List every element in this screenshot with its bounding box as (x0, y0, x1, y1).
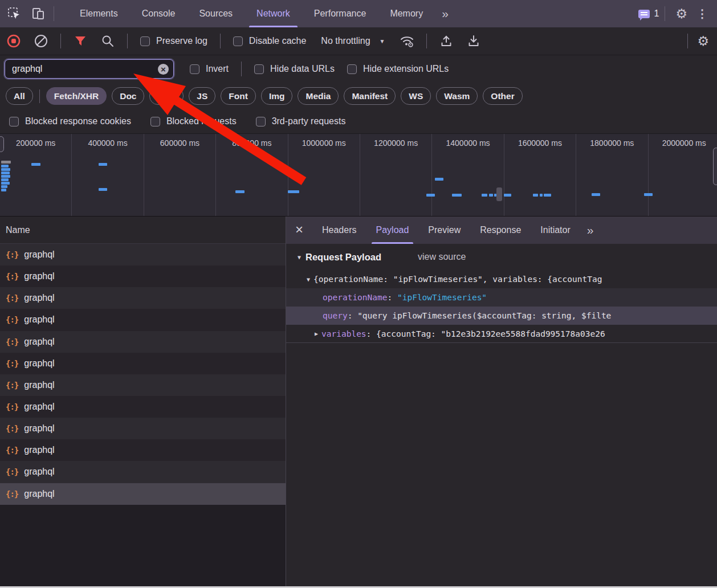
invert-toggle[interactable]: Invert (190, 64, 229, 74)
request-row[interactable]: {:}graphql (0, 439, 286, 461)
tick-label: 1800000 ms (590, 138, 634, 216)
chip-other[interactable]: Other (483, 87, 522, 105)
tab-performance[interactable]: Performance (302, 0, 378, 27)
blocked-requests-checkbox[interactable] (150, 117, 160, 126)
request-row[interactable]: {:}graphql (0, 331, 286, 353)
hide-extension-urls-label: Hide extension URLs (363, 64, 449, 74)
divider (665, 6, 665, 21)
more-tabs-chevron-icon[interactable]: » (435, 7, 454, 21)
request-row[interactable]: {:}graphql (0, 374, 286, 396)
tab-sources[interactable]: Sources (187, 0, 245, 27)
chip-js[interactable]: JS (189, 87, 215, 105)
chip-css[interactable]: CSS (149, 87, 184, 105)
request-row[interactable]: {:}graphql (0, 418, 286, 439)
tab-elements[interactable]: Elements (68, 0, 130, 27)
settings-gear-icon[interactable]: ⚙ (671, 7, 692, 21)
request-payload-section[interactable]: ▼ Request Payload view source (286, 244, 717, 270)
search-icon[interactable] (97, 31, 118, 51)
request-row[interactable]: {:}graphql (0, 483, 286, 505)
payload-variables-row[interactable]: ▶ variables: {accountTag: "b12e3b2192ee5… (286, 325, 717, 343)
details-tab-initiator[interactable]: Initiator (531, 217, 580, 244)
expand-triangle-icon[interactable]: ▼ (307, 276, 310, 283)
waterfall-bar (1, 161, 11, 164)
disable-cache-checkbox[interactable] (233, 36, 243, 46)
payload-operationname-row[interactable]: operationName: "ipFlowTimeseries" (286, 288, 717, 307)
chip-manifest[interactable]: Manifest (344, 87, 396, 105)
invert-checkbox[interactable] (190, 64, 199, 74)
preserve-log-toggle[interactable]: Preserve log (140, 36, 207, 46)
request-row[interactable]: {:}graphql (0, 396, 286, 418)
chip-all[interactable]: All (6, 87, 33, 105)
details-tab-response[interactable]: Response (470, 217, 531, 244)
filter-icon[interactable] (70, 31, 91, 51)
request-row[interactable]: {:}graphql (0, 353, 286, 374)
waterfall-bar (540, 194, 543, 197)
filter-input-box[interactable]: × (5, 59, 174, 79)
tick-label: 1600000 ms (518, 138, 562, 216)
tab-console[interactable]: Console (130, 0, 188, 27)
clear-icon[interactable] (31, 31, 51, 51)
request-row[interactable]: {:}graphql (0, 287, 286, 309)
hide-extension-urls-toggle[interactable]: Hide extension URLs (347, 64, 449, 74)
waterfall-bar (482, 194, 487, 197)
3rd-party-requests-checkbox[interactable] (256, 117, 266, 126)
toggle-blocked-response-cookies[interactable]: Blocked response cookies (9, 116, 131, 126)
network-settings-gear-icon[interactable]: ⚙ (694, 35, 717, 48)
hide-extension-urls-checkbox[interactable] (347, 64, 357, 74)
hide-data-urls-label: Hide data URLs (270, 64, 335, 74)
payload-root-row[interactable]: ▼ {operationName: "ipFlowTimeseries", va… (286, 270, 717, 288)
network-conditions-icon[interactable] (397, 31, 417, 51)
details-tab-headers[interactable]: Headers (312, 217, 366, 244)
hide-data-urls-toggle[interactable]: Hide data URLs (254, 64, 335, 74)
throttling-select[interactable]: No throttling ▼ (321, 36, 385, 46)
details-tab-payload[interactable]: Payload (366, 217, 419, 244)
toggle-3rd-party-requests[interactable]: 3rd-party requests (256, 116, 346, 126)
blocked-response-cookies-checkbox[interactable] (9, 117, 19, 126)
chip-img[interactable]: Img (261, 87, 293, 105)
import-har-icon[interactable] (436, 31, 457, 51)
request-row[interactable]: {:}graphql (0, 309, 286, 330)
requests-pane: Name {:}graphql{:}graphql{:}graphql{:}gr… (0, 217, 286, 586)
chip-ws[interactable]: WS (401, 87, 431, 105)
inspect-icon[interactable] (5, 4, 24, 23)
expand-triangle-icon[interactable]: ▶ (315, 330, 318, 337)
tick-label: 600000 ms (160, 138, 199, 216)
timeline-column: 1000000 ms (288, 134, 360, 216)
waterfall-overview[interactable]: 200000 ms400000 ms600000 ms800000 ms1000… (0, 134, 717, 217)
request-row[interactable]: {:}graphql (0, 266, 286, 287)
details-tab-preview[interactable]: Preview (418, 217, 470, 244)
overview-left-handle[interactable] (0, 136, 4, 152)
clear-filter-icon[interactable]: × (158, 64, 169, 75)
record-icon[interactable] (3, 31, 24, 51)
name-column-header[interactable]: Name (0, 217, 286, 244)
disable-cache-toggle[interactable]: Disable cache (233, 36, 307, 46)
filter-input[interactable] (12, 64, 158, 74)
chip-font[interactable]: Font (221, 87, 256, 105)
issues-counter[interactable]: 1 (638, 9, 659, 19)
payload-query-row[interactable]: query: "query ipFlowTimeseries($accountT… (286, 307, 717, 325)
kebab-menu-icon[interactable]: ⋮ (692, 7, 712, 21)
details-more-chevron-icon[interactable]: » (580, 223, 600, 237)
request-row[interactable]: {:}graphql (0, 244, 286, 266)
tab-memory[interactable]: Memory (378, 0, 435, 27)
chip-wasm[interactable]: Wasm (436, 87, 478, 105)
view-source-link[interactable]: view source (418, 252, 466, 262)
device-toolbar-icon[interactable] (28, 4, 48, 23)
preserve-log-checkbox[interactable] (140, 36, 150, 46)
collapse-triangle-icon[interactable]: ▼ (298, 254, 301, 260)
overview-right-handle[interactable] (713, 148, 717, 185)
waterfall-bar (1, 189, 6, 191)
tick-label: 200000 ms (16, 138, 55, 216)
json-braces-icon: {:} (6, 446, 18, 455)
hide-data-urls-checkbox[interactable] (254, 64, 264, 74)
chip-doc[interactable]: Doc (112, 87, 144, 105)
tab-network[interactable]: Network (245, 0, 302, 27)
chip-fetch-xhr[interactable]: Fetch/XHR (46, 87, 107, 105)
toggle-blocked-requests[interactable]: Blocked requests (150, 116, 237, 126)
export-har-icon[interactable] (463, 31, 484, 51)
close-icon[interactable]: × (286, 222, 312, 239)
waterfall-bar (1, 168, 10, 171)
chip-media[interactable]: Media (298, 87, 339, 105)
waterfall-bar (504, 194, 511, 197)
request-row[interactable]: {:}graphql (0, 461, 286, 483)
